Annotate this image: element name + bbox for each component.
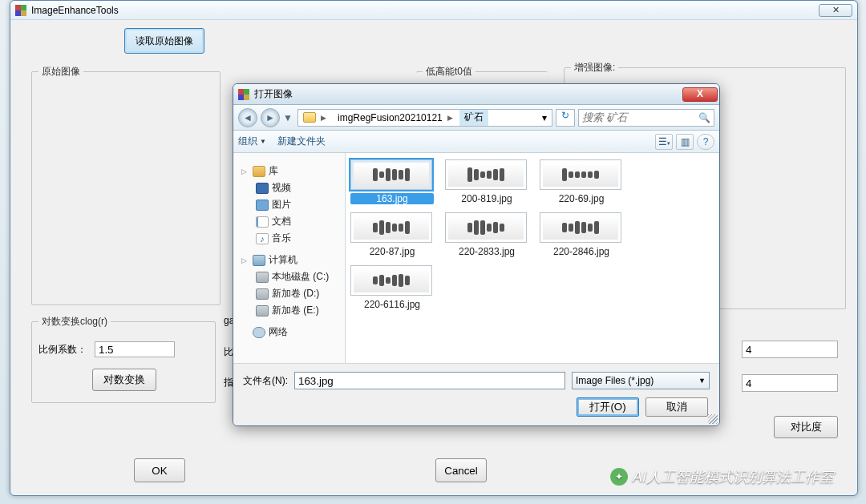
search-icon: 🔍 — [698, 112, 710, 123]
read-original-button[interactable]: 读取原始图像 — [124, 28, 204, 54]
file-item[interactable]: 163.jpg — [350, 159, 434, 204]
enhanced-legend: 增强图像: — [571, 61, 618, 75]
main-titlebar: ImageEnhanceTools ✕ — [10, 1, 857, 20]
view-mode-button[interactable]: ☰▾ — [655, 134, 673, 150]
file-item[interactable]: 200-819.jpg — [445, 159, 528, 204]
app-icon — [15, 5, 26, 16]
sidebar-library[interactable]: ▷库 — [235, 163, 343, 179]
watermark: ✦ AI人工智能模式识别算法工作室 — [610, 467, 834, 486]
right-input-1[interactable] — [742, 341, 838, 358]
dialog-title: 打开图像 — [254, 87, 293, 101]
filename-label: 文件名(N): — [243, 374, 288, 388]
nav-back-button[interactable]: ◄ — [238, 108, 257, 127]
open-file-dialog: 打开图像 X ◄ ► ▼ ▶ imgRegFusion20210121▶ 矿石 … — [233, 83, 720, 426]
crumb-2[interactable]: 矿石 — [464, 111, 484, 124]
clog-legend: 对数变换clog(r) — [38, 315, 111, 329]
preview-pane-button[interactable]: ▥ — [676, 134, 694, 150]
wechat-icon: ✦ — [610, 468, 628, 486]
file-pane: 163.jpg200-819.jpg220-69.jpg220-87.jpg22… — [346, 153, 719, 365]
contrast-button[interactable]: 对比度 — [774, 416, 838, 438]
search-box[interactable]: 🔍 — [578, 109, 714, 127]
sidebar-network[interactable]: 网络 — [235, 324, 343, 341]
file-name: 220-2833.jpg — [445, 246, 528, 257]
dialog-close-button[interactable]: X — [682, 87, 718, 102]
original-image-group: 原始图像 — [31, 65, 221, 305]
right-input-2[interactable] — [742, 374, 838, 392]
log-transform-button[interactable]: 对数变换 — [92, 369, 156, 391]
nav-history-dropdown[interactable]: ▼ — [283, 108, 294, 127]
cancel-button[interactable]: Cancel — [435, 458, 487, 482]
clog-group: 对数变换clog(r) 比例系数： 对数变换 — [31, 315, 216, 403]
file-item[interactable]: 220-2846.jpg — [540, 212, 623, 257]
sidebar-drive-c[interactable]: 本地磁盘 (C:) — [235, 268, 343, 285]
crumb-dropdown[interactable]: ▾ — [537, 110, 552, 126]
file-item[interactable]: 220-6116.jpg — [350, 265, 434, 310]
filename-input[interactable] — [294, 372, 565, 389]
sidebar-documents[interactable]: 文档 — [235, 213, 343, 230]
file-item[interactable]: 220-69.jpg — [540, 159, 623, 204]
sidebar-drive-d[interactable]: 新加卷 (D:) — [235, 285, 343, 302]
low-legend: 低高能t0值 — [423, 65, 475, 79]
search-input[interactable] — [582, 111, 695, 123]
ok-button[interactable]: OK — [134, 458, 185, 482]
dialog-toolbar: 组织▼ 新建文件夹 ☰▾ ▥ ? — [233, 131, 719, 153]
file-name: 200-819.jpg — [445, 193, 528, 204]
file-name: 163.jpg — [350, 193, 434, 204]
dialog-titlebar: 打开图像 X — [233, 84, 719, 105]
scale-label: 比例系数： — [38, 343, 87, 357]
help-button[interactable]: ? — [697, 134, 714, 150]
file-name: 220-69.jpg — [540, 193, 623, 204]
nav-forward-button[interactable]: ► — [261, 108, 280, 127]
main-close-button[interactable]: ✕ — [819, 4, 852, 17]
dialog-cancel-button[interactable]: 取消 — [645, 397, 708, 417]
file-item[interactable]: 220-87.jpg — [350, 212, 434, 257]
original-legend: 原始图像 — [38, 65, 83, 79]
sidebar-drive-e[interactable]: 新加卷 (E:) — [235, 302, 343, 319]
sidebar-music[interactable]: ♪音乐 — [235, 230, 343, 247]
sidebar-computer[interactable]: ▷计算机 — [235, 252, 343, 268]
file-name: 220-2846.jpg — [540, 246, 623, 257]
dialog-icon — [238, 89, 249, 100]
breadcrumb[interactable]: ▶ imgRegFusion20210121▶ 矿石 ▾ — [297, 109, 552, 127]
dialog-sidebar: ▷库 视频 图片 文档 ♪音乐 ▷计算机 本地磁盘 (C:) 新加卷 (D:) … — [233, 153, 346, 365]
filetype-filter[interactable]: Image Files (*.jpg)▼ — [572, 372, 710, 389]
resize-grip[interactable] — [708, 414, 718, 424]
dialog-open-button[interactable]: 打开(O) — [577, 397, 639, 417]
folder-icon — [303, 112, 316, 123]
refresh-button[interactable]: ↻ — [556, 109, 575, 127]
file-name: 220-87.jpg — [350, 246, 434, 257]
new-folder-button[interactable]: 新建文件夹 — [277, 135, 326, 148]
sidebar-video[interactable]: 视频 — [235, 179, 343, 196]
file-name: 220-6116.jpg — [350, 299, 434, 310]
organize-menu[interactable]: 组织▼ — [238, 135, 266, 148]
app-title: ImageEnhanceTools — [31, 5, 119, 16]
crumb-1[interactable]: imgRegFusion20210121 — [338, 112, 443, 123]
dialog-navbar: ◄ ► ▼ ▶ imgRegFusion20210121▶ 矿石 ▾ ↻ 🔍 — [233, 105, 719, 131]
sidebar-pictures[interactable]: 图片 — [235, 196, 343, 213]
dialog-bottom: 文件名(N): Image Files (*.jpg)▼ 打开(O) 取消 — [233, 363, 719, 425]
file-item[interactable]: 220-2833.jpg — [445, 212, 528, 257]
scale-input[interactable] — [95, 341, 175, 357]
